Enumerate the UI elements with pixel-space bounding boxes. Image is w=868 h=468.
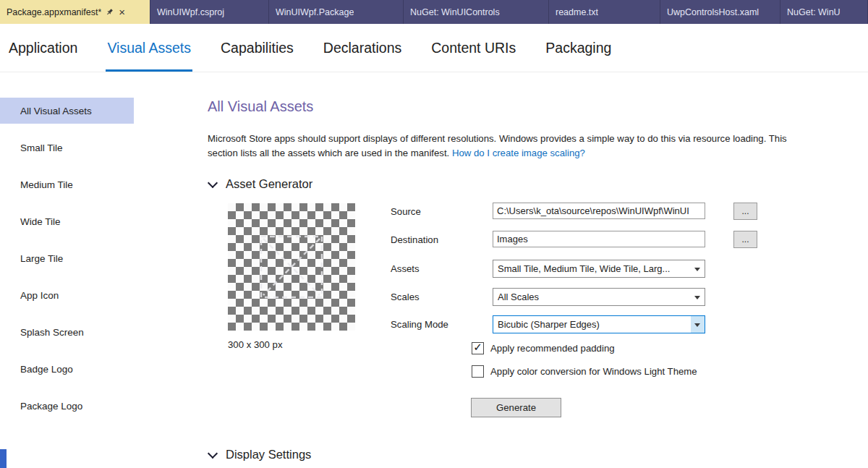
sidebar-item-all-visual-assets[interactable]: All Visual Assets	[0, 98, 134, 124]
tab-declarations[interactable]: Declarations	[323, 24, 401, 72]
tab-label: Content URIs	[431, 40, 516, 56]
tab-label: Packaging	[545, 40, 611, 56]
chevron-down-icon[interactable]	[208, 448, 218, 458]
bottom-left-accent	[0, 449, 7, 468]
chevron-down-icon[interactable]	[208, 177, 218, 187]
sidebar-item-app-icon[interactable]: App Icon	[0, 282, 134, 308]
doc-tab-nuget-winuicontrols[interactable]: NuGet: WinUIControls	[404, 0, 549, 24]
apply-padding-checkbox[interactable]: ✓	[472, 342, 484, 354]
doc-tab-label: WinUIWpf.Package	[276, 7, 354, 17]
color-conversion-row: ✓ Apply color conversion for Windows Lig…	[472, 365, 697, 378]
section-title: Display Settings	[226, 448, 311, 461]
image-placeholder-icon	[260, 235, 323, 299]
assets-select[interactable]: Small Tile, Medium Tile, Wide Tile, Larg…	[493, 260, 705, 278]
pin-icon[interactable]	[106, 8, 114, 16]
tab-label: Application	[9, 40, 77, 56]
manifest-tab-strip: Application Visual Assets Capabilities D…	[0, 24, 868, 72]
sidebar-item-wide-tile[interactable]: Wide Tile	[0, 208, 134, 234]
tab-content-uris[interactable]: Content URIs	[431, 24, 516, 72]
scales-select[interactable]: All Scales	[493, 288, 705, 306]
dropdown-arrow-icon	[694, 296, 700, 299]
tab-visual-assets[interactable]: Visual Assets	[107, 24, 191, 72]
assets-select-value: Small Tile, Medium Tile, Wide Tile, Larg…	[498, 263, 670, 274]
color-conversion-checkbox[interactable]: ✓	[472, 365, 484, 378]
section-title: Asset Generator	[226, 177, 312, 191]
scaling-mode-select[interactable]: Bicubic (Sharper Edges)	[493, 315, 705, 333]
asset-generator-section-header[interactable]: Asset Generator	[209, 177, 312, 191]
preview-size-caption: 300 x 300 px	[228, 339, 283, 350]
visual-studio-manifest-editor: Package.appxmanifest* × WinUIWpf.csproj …	[0, 0, 868, 468]
sidebar-item-large-tile[interactable]: Large Tile	[0, 245, 134, 271]
scaling-mode-select-value: Bicubic (Sharper Edges)	[498, 319, 600, 330]
sidebar-item-badge-logo[interactable]: Badge Logo	[0, 356, 134, 382]
doc-tab-label: UwpControlsHost.xaml	[667, 7, 759, 17]
sidebar-item-small-tile[interactable]: Small Tile	[0, 135, 134, 161]
asset-sidebar: All Visual Assets Small Tile Medium Tile…	[0, 72, 208, 468]
description: Microsoft Store apps should support disp…	[208, 132, 801, 161]
sidebar-item-medium-tile[interactable]: Medium Tile	[0, 171, 134, 197]
tab-label: Visual Assets	[107, 40, 191, 56]
doc-tab-package-appxmanifest[interactable]: Package.appxmanifest* ×	[0, 0, 150, 24]
image-scaling-help-link[interactable]: How do I create image scaling?	[452, 148, 585, 158]
generate-button[interactable]: Generate	[471, 398, 561, 417]
source-input[interactable]	[493, 203, 705, 219]
dropdown-arrow-icon	[694, 268, 700, 271]
destination-label: Destination	[391, 234, 438, 245]
destination-input[interactable]	[493, 231, 705, 247]
asset-preview-checkerboard	[228, 203, 355, 331]
sidebar-item-splash-screen[interactable]: Splash Screen	[0, 319, 134, 345]
assets-label: Assets	[391, 263, 420, 274]
doc-tab-uwpcontrolshost-xaml[interactable]: UwpControlsHost.xaml	[660, 0, 780, 24]
doc-tab-label: Package.appxmanifest*	[7, 7, 101, 17]
doc-tab-label: NuGet: WinUIControls	[410, 7, 500, 17]
page-title: All Visual Assets	[208, 98, 313, 115]
scales-label: Scales	[391, 292, 420, 302]
doc-tab-nuget-winui[interactable]: NuGet: WinU	[780, 0, 868, 24]
source-browse-button[interactable]: ...	[733, 203, 757, 220]
display-settings-section-header[interactable]: Display Settings	[209, 448, 311, 461]
destination-browse-button[interactable]: ...	[733, 231, 757, 248]
apply-padding-row: ✓ Apply recommended padding	[472, 342, 615, 354]
tab-label: Declarations	[323, 40, 401, 56]
check-icon: ✓	[473, 341, 482, 354]
doc-tab-label: readme.txt	[556, 7, 598, 17]
doc-tab-winuiwpf-package[interactable]: WinUIWpf.Package	[269, 0, 404, 24]
doc-tab-readme-txt[interactable]: readme.txt	[549, 0, 660, 24]
sidebar-item-package-logo[interactable]: Package Logo	[0, 393, 134, 419]
document-tab-bar: Package.appxmanifest* × WinUIWpf.csproj …	[0, 0, 868, 24]
tab-label: Capabilities	[221, 40, 294, 56]
scales-select-value: All Scales	[498, 292, 539, 302]
doc-tab-label: WinUIWpf.csproj	[157, 7, 224, 17]
doc-tab-label: NuGet: WinU	[787, 7, 841, 17]
source-label: Source	[391, 206, 421, 217]
tab-application[interactable]: Application	[9, 24, 77, 72]
checkbox-label: Apply color conversion for Windows Light…	[490, 366, 697, 377]
checkbox-label: Apply recommended padding	[490, 343, 615, 354]
doc-tab-winuiwpf-csproj[interactable]: WinUIWpf.csproj	[150, 0, 269, 24]
dropdown-arrow-icon	[694, 323, 700, 327]
tab-capabilities[interactable]: Capabilities	[221, 24, 294, 72]
scaling-mode-label: Scaling Mode	[391, 319, 448, 330]
tab-packaging[interactable]: Packaging	[545, 24, 611, 72]
close-icon[interactable]: ×	[118, 7, 126, 17]
